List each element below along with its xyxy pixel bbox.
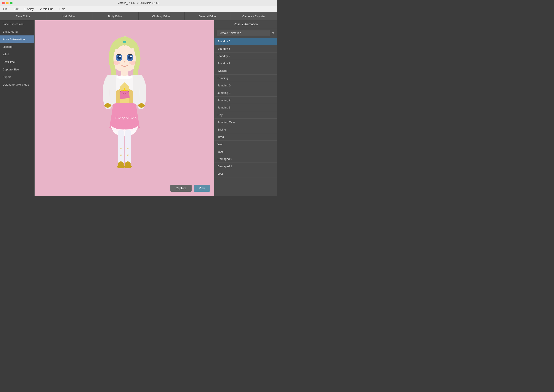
svg-text:★: ★ (120, 154, 122, 156)
play-button[interactable]: Play (194, 185, 210, 192)
svg-point-29 (124, 165, 132, 168)
anim-item-hey[interactable]: Hey! (214, 111, 277, 119)
svg-point-19 (138, 103, 145, 108)
sidebar-item-capture-size[interactable]: Capture Size (0, 66, 34, 73)
animation-type-dropdown[interactable]: Female Animation Male Animation (217, 30, 270, 36)
anim-item-standby5[interactable]: Standby 5 (214, 38, 277, 45)
menu-file[interactable]: File (2, 7, 9, 11)
capture-button[interactable]: Capture (170, 185, 192, 192)
sidebar-item-post-effect[interactable]: PostEffect (0, 58, 34, 66)
sidebar: Face Expression Background Pose & Animat… (0, 20, 35, 196)
anim-item-sliding[interactable]: Sliding (214, 126, 277, 133)
sidebar-item-wind[interactable]: Wind (0, 50, 34, 58)
tab-general-editor[interactable]: General Editor (185, 12, 231, 20)
anim-item-standby7[interactable]: Standby 7 (214, 53, 277, 60)
anim-item-won[interactable]: Won (214, 141, 277, 148)
sidebar-item-lighting[interactable]: Lighting (0, 43, 34, 50)
svg-point-18 (104, 103, 111, 108)
svg-point-11 (124, 61, 125, 63)
anim-item-tired[interactable]: Tired (214, 133, 277, 141)
canvas-area: ★ ★ ★ ★ Capture Play (35, 20, 214, 196)
animation-list: Standby 5 Standby 6 Standby 7 Standby 8 … (214, 38, 277, 196)
svg-rect-30 (123, 41, 126, 42)
anim-item-standby6[interactable]: Standby 6 (214, 45, 277, 53)
tab-body-editor[interactable]: Body Editor (92, 12, 139, 20)
character-svg: ★ ★ ★ ★ (81, 24, 168, 193)
svg-text:★: ★ (127, 154, 129, 156)
minimize-button[interactable] (6, 2, 9, 4)
menu-bar: File Edit Display VRoid Hub Help (0, 6, 277, 12)
title-bar: Victoria_Rubin - VRoidStudio 0.11.3 (0, 0, 277, 6)
anim-item-jumping3[interactable]: Jumping 3 (214, 104, 277, 111)
close-button[interactable] (2, 2, 5, 4)
svg-point-28 (117, 165, 125, 168)
anim-item-running[interactable]: Running (214, 75, 277, 82)
anim-item-damaged1[interactable]: Damaged 1 (214, 163, 277, 170)
tab-bar: Face Editor Hair Editor Body Editor Clot… (0, 12, 277, 20)
tab-camera-exporter[interactable]: Camera / Exporter (231, 12, 277, 20)
sidebar-item-face-expression[interactable]: Face Expression (0, 20, 34, 28)
menu-vroid-hub[interactable]: VRoid Hub (38, 7, 55, 11)
anim-item-jumping2[interactable]: Jumping 2 (214, 97, 277, 104)
tab-hair-editor[interactable]: Hair Editor (46, 12, 92, 20)
anim-item-standby8[interactable]: Standby 8 (214, 60, 277, 67)
character-view: ★ ★ ★ ★ (35, 20, 214, 196)
window-controls[interactable] (2, 2, 13, 4)
tab-clothing-editor[interactable]: Clothing Editor (139, 12, 185, 20)
sidebar-item-upload-vroid-hub[interactable]: Upload to VRoid Hub (0, 81, 34, 88)
menu-edit[interactable]: Edit (12, 7, 20, 11)
anim-item-walking[interactable]: Walking (214, 67, 277, 75)
sidebar-item-pose-animation[interactable]: Pose & Animation (0, 35, 34, 43)
svg-point-10 (130, 56, 132, 57)
menu-display[interactable]: Display (23, 7, 35, 11)
maximize-button[interactable] (10, 2, 13, 4)
anim-item-jumping1[interactable]: Jumping 1 (214, 89, 277, 97)
anim-item-damaged0[interactable]: Damaged 0 (214, 155, 277, 163)
anim-item-jumping-over[interactable]: Jumping Over (214, 119, 277, 126)
sidebar-item-background[interactable]: Background (0, 28, 34, 35)
anim-item-lost[interactable]: Lost (214, 170, 277, 177)
anim-item-jumping0[interactable]: Jumping 0 (214, 82, 277, 89)
right-panel: Pose & Animation Female Animation Male A… (214, 20, 277, 196)
menu-help[interactable]: Help (58, 7, 67, 11)
svg-point-12 (113, 61, 120, 65)
right-panel-title: Pose & Animation (214, 20, 277, 28)
anim-item-laugh[interactable]: laugh (214, 148, 277, 155)
animation-type-row: Female Animation Male Animation ▼ (214, 28, 277, 38)
svg-text:★: ★ (127, 147, 129, 150)
canvas-buttons: Capture Play (170, 185, 210, 192)
tab-face-editor[interactable]: Face Editor (0, 12, 46, 20)
window-title: Victoria_Rubin - VRoidStudio 0.11.3 (118, 1, 159, 5)
svg-point-13 (129, 61, 136, 65)
svg-point-9 (119, 56, 121, 57)
svg-text:★: ★ (120, 147, 122, 150)
dropdown-arrow-icon[interactable]: ▼ (271, 31, 275, 35)
sidebar-item-export[interactable]: Export (0, 73, 34, 81)
main-layout: Face Expression Background Pose & Animat… (0, 20, 277, 196)
